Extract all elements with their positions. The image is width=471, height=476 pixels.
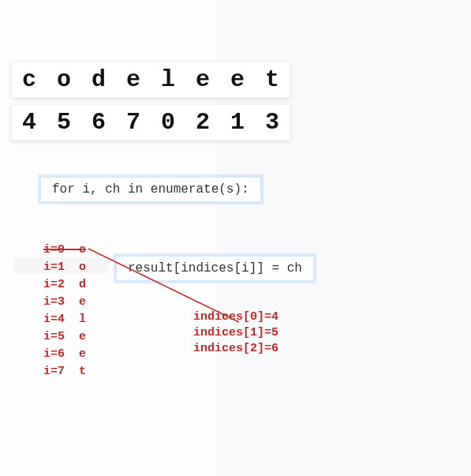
letter-cell: d bbox=[81, 62, 116, 97]
index-cell: 4 bbox=[12, 105, 47, 140]
letter-cell: e bbox=[220, 62, 255, 97]
index-cell: 1 bbox=[220, 105, 255, 140]
iteration-item: i=4 l bbox=[43, 311, 86, 328]
indices-resolved-item: indices[2]=6 bbox=[193, 341, 278, 357]
iteration-item: i=3 e bbox=[43, 294, 86, 311]
iteration-item: i=7 t bbox=[43, 363, 86, 380]
index-cell: 0 bbox=[151, 105, 185, 140]
letter-cell: o bbox=[47, 62, 81, 97]
iteration-item: i=6 e bbox=[43, 346, 86, 363]
indices-resolved-list: indices[0]=4indices[1]=5indices[2]=6 bbox=[193, 309, 278, 357]
iterations-list: i=0 ci=1 oi=2 di=3 ei=4 li=5 ei=6 ei=7 t bbox=[43, 242, 86, 380]
letter-cell: t bbox=[255, 62, 290, 97]
indices-row: 45670213 bbox=[11, 104, 290, 141]
iteration-item: i=0 c bbox=[43, 242, 86, 259]
letter-cell: l bbox=[151, 62, 185, 97]
index-cell: 7 bbox=[116, 105, 151, 140]
code-for-line: for i, ch in enumerate(s): bbox=[40, 177, 261, 202]
code-assign-line: result[indices[i]] = ch bbox=[116, 256, 314, 281]
iteration-item: i=5 e bbox=[43, 328, 86, 346]
index-cell: 5 bbox=[47, 105, 81, 140]
index-cell: 2 bbox=[185, 105, 220, 140]
letter-cell: c bbox=[12, 62, 47, 97]
index-cell: 6 bbox=[81, 105, 116, 140]
letter-cell: e bbox=[116, 62, 151, 97]
letter-cell: e bbox=[185, 62, 220, 97]
indices-resolved-item: indices[1]=5 bbox=[193, 325, 278, 341]
letters-row: codeleet bbox=[11, 62, 290, 98]
iteration-item: i=1 o bbox=[43, 259, 86, 276]
indices-resolved-item: indices[0]=4 bbox=[193, 309, 278, 325]
iteration-item: i=2 d bbox=[43, 276, 86, 294]
index-cell: 3 bbox=[255, 105, 290, 140]
